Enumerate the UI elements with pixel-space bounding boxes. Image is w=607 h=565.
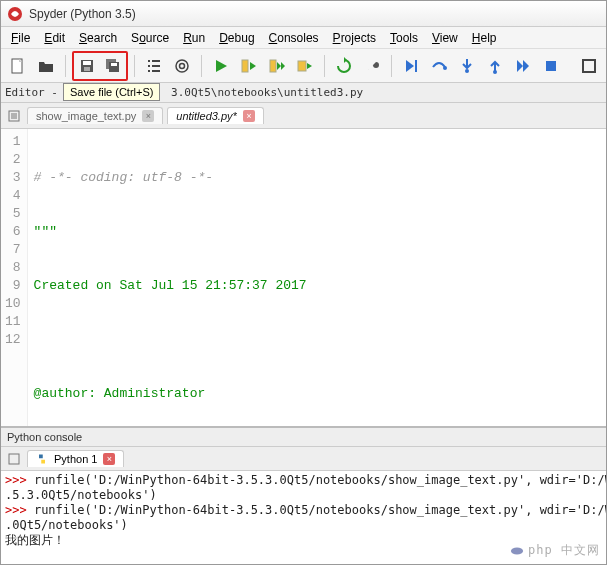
run-cell-icon: [240, 57, 258, 75]
svg-rect-12: [298, 61, 306, 71]
svg-rect-13: [415, 60, 417, 72]
run-cell-advance-button[interactable]: [264, 53, 290, 79]
new-file-button[interactable]: [5, 53, 31, 79]
svg-point-16: [493, 70, 497, 74]
restart-button[interactable]: [331, 53, 357, 79]
close-icon[interactable]: ×: [243, 110, 255, 122]
svg-point-14: [443, 66, 447, 70]
toolbar-separator: [134, 55, 135, 77]
tab-list-button[interactable]: [5, 107, 23, 125]
menu-bar: File Edit Search Source Run Debug Consol…: [1, 27, 606, 49]
debug-continue-button[interactable]: [510, 53, 536, 79]
svg-point-9: [180, 63, 185, 68]
at-button[interactable]: [169, 53, 195, 79]
console-panel: Python console Python 1 × >>> runfile('D…: [1, 426, 606, 564]
toolbar-separator: [391, 55, 392, 77]
svg-rect-3: [83, 61, 91, 65]
at-icon: [173, 57, 191, 75]
svg-point-21: [511, 547, 523, 554]
python-icon: [36, 453, 48, 465]
window-title-bar: Spyder (Python 3.5): [1, 1, 606, 27]
close-icon[interactable]: ×: [142, 110, 154, 122]
maximize-panel-button[interactable]: [576, 53, 602, 79]
code-body[interactable]: # -*- coding: utf-8 -*- """ Created on S…: [28, 129, 606, 426]
menu-search[interactable]: Search: [73, 29, 123, 47]
step-out-icon: [486, 57, 504, 75]
step-in-icon: [458, 57, 476, 75]
menu-source[interactable]: Source: [125, 29, 175, 47]
menu-projects[interactable]: Projects: [327, 29, 382, 47]
save-highlight-box: [72, 51, 128, 81]
play-icon: [212, 57, 230, 75]
toolbar-separator: [201, 55, 202, 77]
menu-run[interactable]: Run: [177, 29, 211, 47]
list-button[interactable]: [141, 53, 167, 79]
save-icon: [78, 57, 96, 75]
run-button[interactable]: [208, 53, 234, 79]
menu-help[interactable]: Help: [466, 29, 503, 47]
run-cell-advance-icon: [268, 57, 286, 75]
menu-consoles[interactable]: Consoles: [263, 29, 325, 47]
tab-list-icon: [7, 452, 21, 466]
console-body[interactable]: >>> runfile('D:/WinPython-64bit-3.5.3.0Q…: [1, 471, 606, 564]
close-icon[interactable]: ×: [103, 453, 115, 465]
tab-label: show_image_text.py: [36, 110, 136, 122]
debug-play-icon: [402, 57, 420, 75]
menu-edit[interactable]: Edit: [38, 29, 71, 47]
debug-stop-button[interactable]: [538, 53, 564, 79]
new-file-icon: [9, 57, 27, 75]
svg-rect-4: [84, 67, 90, 71]
run-cell-button[interactable]: [236, 53, 262, 79]
console-tab-list-button[interactable]: [5, 450, 23, 468]
console-tab-python1[interactable]: Python 1 ×: [27, 450, 124, 467]
run-selection-button[interactable]: [292, 53, 318, 79]
svg-point-8: [176, 60, 188, 72]
menu-tools[interactable]: Tools: [384, 29, 424, 47]
debug-stepover-button[interactable]: [426, 53, 452, 79]
settings-button[interactable]: [359, 53, 385, 79]
toolbar-separator: [324, 55, 325, 77]
editor-area: show_image_text.py × untitled3.py* × 1 2…: [1, 103, 606, 426]
window-title: Spyder (Python 3.5): [29, 7, 136, 21]
console-tab-row: Python 1 ×: [1, 447, 606, 471]
tab-untitled3[interactable]: untitled3.py* ×: [167, 107, 264, 124]
run-selection-icon: [296, 57, 314, 75]
editor-path: 3.0Qt5\notebooks\untitled3.py: [171, 86, 363, 99]
menu-view[interactable]: View: [426, 29, 464, 47]
toolbar: Save file (Ctrl+S): [1, 49, 606, 83]
maximize-icon: [580, 57, 598, 75]
line-gutter: 1 2 3 4 5 6 7 8 9 10 11 12: [1, 129, 28, 426]
debug-stepout-button[interactable]: [482, 53, 508, 79]
code-editor[interactable]: 1 2 3 4 5 6 7 8 9 10 11 12 # -*- coding:…: [1, 129, 606, 426]
restart-icon: [335, 57, 353, 75]
continue-icon: [514, 57, 532, 75]
open-file-button[interactable]: [33, 53, 59, 79]
svg-rect-10: [242, 60, 248, 72]
stop-icon: [542, 57, 560, 75]
debug-stepin-button[interactable]: [454, 53, 480, 79]
svg-rect-17: [546, 61, 556, 71]
console-tab-label: Python 1: [54, 453, 97, 465]
menu-debug[interactable]: Debug: [213, 29, 260, 47]
open-folder-icon: [37, 57, 55, 75]
step-over-icon: [430, 57, 448, 75]
tab-show-image-text[interactable]: show_image_text.py ×: [27, 107, 163, 124]
svg-rect-11: [270, 60, 276, 72]
tab-list-icon: [7, 109, 21, 123]
save-tooltip: Save file (Ctrl+S): [63, 83, 160, 101]
spyder-icon: [7, 6, 23, 22]
save-button[interactable]: [74, 53, 100, 79]
svg-rect-7: [111, 63, 117, 66]
save-all-button[interactable]: [100, 53, 126, 79]
menu-file[interactable]: File: [5, 29, 36, 47]
toolbar-separator: [65, 55, 66, 77]
wrench-icon: [363, 57, 381, 75]
console-title: Python console: [1, 428, 606, 447]
svg-rect-18: [583, 60, 595, 72]
debug-step-button[interactable]: [398, 53, 424, 79]
svg-rect-20: [9, 454, 19, 464]
list-icon: [145, 57, 163, 75]
save-all-icon: [104, 57, 122, 75]
svg-point-15: [465, 69, 469, 73]
editor-tab-row: show_image_text.py × untitled3.py* ×: [1, 103, 606, 129]
